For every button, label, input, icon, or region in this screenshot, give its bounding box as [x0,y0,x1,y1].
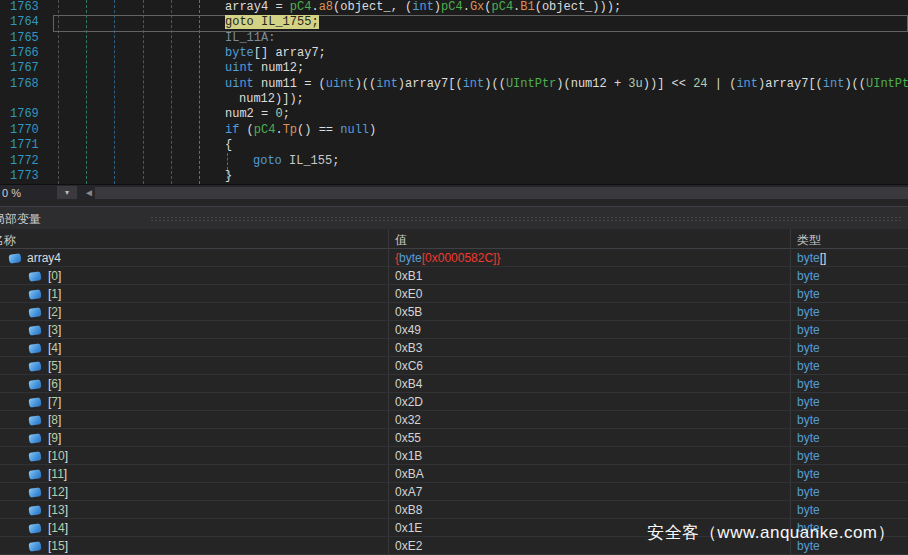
line-number[interactable]: 1770 [10,123,39,137]
variable-type-cell: byte [797,375,908,393]
locals-panel: 局部变量 名称 值 类型 array4{byte[0x0000582C]}byt… [0,200,908,555]
variable-value-cell[interactable]: 0x5B [395,303,783,321]
locals-title-bar[interactable]: 局部变量 [0,206,908,229]
code-text: goto IL_1755; [225,15,319,29]
locals-row[interactable]: [8]0x32byte [0,411,908,429]
variable-value-cell[interactable]: 0x32 [395,411,783,429]
variable-name-cell: [10] [0,447,388,465]
locals-row[interactable]: [3]0x49byte [0,321,908,339]
code-token: )(( [355,77,377,91]
locals-row[interactable]: [10]0x1Bbyte [0,447,908,465]
column-header-type[interactable]: 类型 [797,232,821,249]
field-icon [28,469,41,480]
line-number[interactable]: 1768 [10,77,39,91]
variable-value-cell[interactable]: 0xBA [395,465,783,483]
field-icon [28,505,41,516]
locals-row[interactable]: [12]0xA7byte [0,483,908,501]
field-icon [8,253,21,264]
variable-value-cell[interactable]: 0xB8 [395,501,783,519]
field-icon [28,325,41,336]
code-text: uint num12; [225,61,304,75]
editor-bottom-bar: 0 % ▾ ◄ [0,184,908,200]
variable-type-cell: byte [797,267,908,285]
variable-value-cell[interactable]: 0x49 [395,321,783,339]
current-line-frame [53,15,908,32]
code-text: array4 = pC4.a8(object_, (int)pC4.Gx(pC4… [225,0,621,14]
column-header-name[interactable]: 名称 [0,232,16,249]
variable-value-cell[interactable]: {byte[0x0000582C]} [395,249,783,267]
locals-row[interactable]: [6]0xB4byte [0,375,908,393]
locals-row[interactable]: [2]0x5Bbyte [0,303,908,321]
dnspy-debugger-window: 1763array4 = pC4.a8(object_, (int)pC4.Gx… [0,0,908,555]
variable-value-cell[interactable]: 0x1B [395,447,783,465]
field-icon [28,397,41,408]
code-token: [] array7; [254,46,326,60]
variable-type-cell: byte [797,321,908,339]
variable-value-cell[interactable]: 0x55 [395,429,783,447]
code-token: uint [225,77,254,91]
column-header-value[interactable]: 值 [395,232,407,249]
code-token: UIntPtr [506,77,556,91]
variable-type-cell: byte [797,339,908,357]
code-token: )(( [844,77,866,91]
scroll-left-icon[interactable]: ◄ [84,186,94,200]
variable-type-cell: byte [797,447,908,465]
variable-name-cell: [3] [0,321,388,339]
line-number[interactable]: 1769 [10,107,39,121]
line-number[interactable]: 1771 [10,138,39,152]
code-token: IL_155 [289,154,332,168]
locals-row[interactable]: [4]0xB3byte [0,339,908,357]
code-token: )(( [484,77,506,91]
code-token: . [275,123,282,137]
line-number[interactable]: 1772 [10,154,39,168]
locals-row[interactable]: [5]0xC6byte [0,357,908,375]
editor-zoom-level[interactable]: 0 % [2,187,21,199]
variable-name-cell: [2] [0,303,388,321]
code-token: num2 = [225,107,275,121]
code-text: } [225,169,232,183]
locals-row[interactable]: [0]0xB1byte [0,267,908,285]
variable-name: [0] [48,267,61,285]
line-number[interactable]: 1763 [10,0,39,14]
line-number[interactable]: 1767 [10,61,39,75]
variable-name-cell: [9] [0,429,388,447]
variable-value-cell[interactable]: 0xE0 [395,285,783,303]
line-number[interactable]: 1765 [10,31,39,45]
locals-row[interactable]: [7]0x2Dbyte [0,393,908,411]
variable-type-cell: byte [797,393,908,411]
variable-name-cell: [15] [0,537,388,555]
locals-row[interactable]: [1]0xE0byte [0,285,908,303]
variable-value-cell[interactable]: 0xA7 [395,483,783,501]
variable-value-cell[interactable]: 0xB1 [395,267,783,285]
field-icon [28,415,41,426]
title-grip-dots [150,216,902,222]
variable-value-cell[interactable]: 0xC6 [395,357,783,375]
code-token: if [225,123,239,137]
code-token: goto [253,154,282,168]
field-icon [28,541,41,552]
code-editor[interactable]: 1763array4 = pC4.a8(object_, (int)pC4.Gx… [0,0,908,184]
code-text: goto IL_155; [253,154,339,168]
field-icon [28,379,41,390]
code-token: () == [297,123,340,137]
locals-row[interactable]: [11]0xBAbyte [0,465,908,483]
variable-name: array4 [27,249,61,267]
horizontal-scrollbar-thumb[interactable] [95,187,908,199]
variable-type-cell: byte [797,285,908,303]
variable-value-cell[interactable]: 0x2D [395,393,783,411]
locals-row[interactable]: array4{byte[0x0000582C]}byte[] [0,249,908,267]
locals-row[interactable]: [9]0x55byte [0,429,908,447]
variable-value-cell[interactable]: 0xB3 [395,339,783,357]
code-token: num11 = ( [254,77,326,91]
line-number[interactable]: 1766 [10,46,39,60]
field-icon [28,343,41,354]
variable-value-cell[interactable]: 0xB4 [395,375,783,393]
code-token: { [225,138,232,152]
zoom-dropdown-button[interactable]: ▾ [57,186,77,199]
line-number[interactable]: 1773 [10,169,39,183]
code-token: uint [225,61,254,75]
variable-name: [3] [48,321,61,339]
locals-row[interactable]: [13]0xB8byte [0,501,908,519]
line-number[interactable]: 1764 [10,15,39,29]
code-token: int [823,77,845,91]
